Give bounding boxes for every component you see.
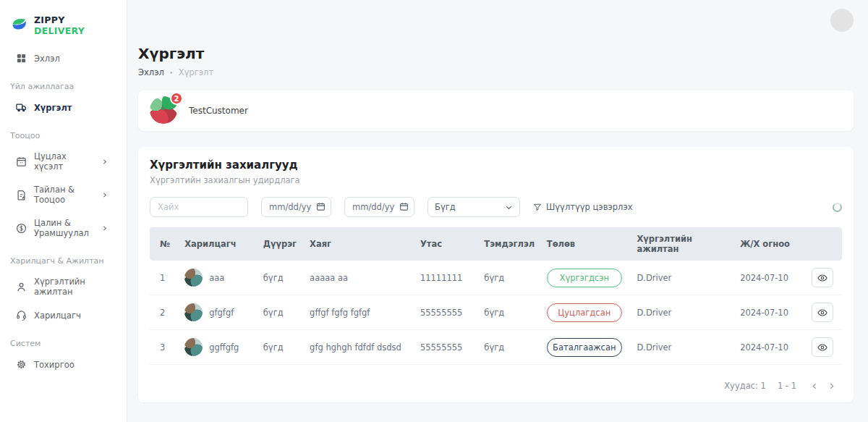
- cell-no: 2: [150, 295, 179, 330]
- zippy-logo-icon: [10, 14, 29, 36]
- cell-address: gffgf fgfg fgfgf: [304, 295, 414, 330]
- user-avatar[interactable]: [830, 9, 854, 32]
- orders-subtitle: Хүргэлтийн захиалгын удирдлага: [150, 175, 842, 185]
- gear-icon: [16, 359, 27, 370]
- cell-driver: D.Driver: [631, 261, 734, 295]
- brand-name: ZIPPY DELIVERY: [34, 14, 118, 36]
- table-row: 2 gfgfgf бүгд gffgf fgfg fgfgf 55555555 …: [150, 295, 842, 330]
- cell-note: бүгд: [478, 330, 540, 365]
- sidebar-item-delivery[interactable]: Хүргэлт: [0, 96, 127, 119]
- pagination: Хуудас: 1 1 - 1: [150, 379, 842, 392]
- chevron-right-icon: [101, 225, 108, 232]
- sidebar-item-cancel-requests[interactable]: Цуцлах хүсэлт: [0, 145, 127, 178]
- view-order-button[interactable]: [812, 268, 833, 287]
- cell-no: 3: [150, 330, 179, 365]
- sidebar-item-reports[interactable]: Тайлан & Тооцоо: [0, 178, 127, 211]
- breadcrumb: Эхлэл • Хүргэлт: [138, 67, 854, 77]
- cell-driver: D.Driver: [631, 330, 734, 365]
- cell-address: aaaaa aa: [304, 261, 414, 295]
- date-from-input[interactable]: [261, 197, 331, 217]
- row-customer-avatar: [184, 303, 203, 321]
- cell-note: бүгд: [478, 295, 540, 330]
- eye-icon: [817, 273, 827, 283]
- status-select-value: Бүгд: [435, 202, 456, 212]
- orders-title: Хүргэлтийн захиалгууд: [150, 159, 842, 172]
- col-header-driver: Хүргэлтийн ажилтан: [631, 227, 734, 261]
- search-input[interactable]: [150, 197, 248, 217]
- sidebar-section-people: Харилцагч & Ажилтан: [0, 245, 127, 270]
- brand-logo: ZIPPY DELIVERY: [0, 10, 127, 46]
- pagination-page-label: Хуудас: 1: [724, 381, 766, 391]
- clear-filters-label: Шүүлтүүр цэвэрлэх: [546, 202, 633, 212]
- headset-icon: [16, 310, 27, 321]
- sidebar-item-home[interactable]: Эхлэл: [0, 46, 127, 70]
- truck-icon: [16, 102, 27, 113]
- breadcrumb-home-link[interactable]: Эхлэл: [138, 67, 164, 77]
- col-header-address: Хаяг: [304, 227, 414, 261]
- date-to-input[interactable]: [344, 197, 414, 217]
- cell-no: 1: [150, 261, 179, 295]
- cell-driver: D.Driver: [631, 295, 734, 330]
- sidebar-section-system: Систем: [0, 327, 127, 353]
- loading-spinner-icon: [833, 203, 842, 212]
- sidebar-item-customers[interactable]: Харилцагч: [0, 303, 127, 327]
- sidebar-item-salary[interactable]: Цалин & Урамшуулал: [0, 211, 127, 245]
- main-content: Хүргэлт Эхлэл • Хүргэлт 2 TestCustomer Х…: [127, 0, 868, 422]
- row-customer-avatar: [184, 269, 203, 287]
- col-header-note: Тэмдэглэл: [478, 227, 540, 261]
- sidebar-item-delivery-staff[interactable]: Хүргэлтийн ажилтан: [0, 270, 127, 303]
- app-root: ZIPPY DELIVERY Эхлэл Үйл ажиллагаа Хүргэ…: [0, 0, 868, 422]
- status-badge: Хүргэгдсэн: [547, 269, 622, 287]
- cell-note: бүгд: [478, 261, 540, 295]
- cell-phone: 55555555: [414, 295, 478, 330]
- sidebar-item-label: Хүргэлтийн ажилтан: [34, 277, 118, 297]
- col-header-status: Төлөв: [541, 227, 631, 261]
- pagination-prev-button[interactable]: [808, 379, 821, 392]
- view-order-button[interactable]: [812, 337, 833, 357]
- customer-card: 2 TestCustomer: [138, 90, 854, 131]
- sidebar-item-label: Харилцагч: [34, 311, 81, 321]
- sidebar-section-billing: Тооцоо: [0, 119, 127, 145]
- customer-avatar[interactable]: 2: [150, 96, 179, 125]
- view-order-button[interactable]: [812, 303, 833, 322]
- col-header-date: Ж/Х огноо: [734, 227, 806, 261]
- cell-district: бүгд: [258, 295, 304, 330]
- eye-icon: [817, 308, 827, 318]
- cell-date: 2024-07-10: [734, 261, 806, 295]
- sidebar-item-settings[interactable]: Тохиргоо: [0, 353, 127, 376]
- chevron-right-icon: [101, 192, 108, 198]
- cell-district: бүгд: [258, 330, 304, 365]
- breadcrumb-current: Хүргэлт: [179, 67, 213, 77]
- dollar-circle-icon: [16, 223, 27, 234]
- cell-customer: ggffgfg: [209, 342, 239, 353]
- orders-card: Хүргэлтийн захиалгууд Хүргэлтийн захиалг…: [138, 147, 854, 402]
- pagination-next-button[interactable]: [825, 379, 838, 392]
- cell-date: 2024-07-10: [734, 330, 806, 365]
- report-icon: [16, 190, 27, 201]
- filter-icon: [533, 203, 542, 211]
- cell-phone: 11111111: [414, 261, 478, 295]
- sidebar-item-label: Тайлан & Тооцоо: [34, 185, 94, 205]
- date-from-field: [261, 197, 331, 217]
- table-header-row: № Харилцагч Дүүрэг Хаяг Утас Тэмдэглэл Т…: [150, 227, 842, 261]
- chevron-right-icon: [827, 382, 835, 390]
- notification-badge: 2: [170, 92, 183, 105]
- cell-address: gfg hghgh fdfdf dsdsd: [304, 330, 414, 365]
- pagination-range: 1 - 1: [778, 381, 796, 391]
- cell-district: бүгд: [258, 261, 304, 295]
- breadcrumb-separator: •: [169, 69, 174, 77]
- filters-row: Бүгд Шүүлтүүр цэвэрлэх: [150, 197, 842, 217]
- col-header-no: №: [150, 227, 179, 261]
- status-select[interactable]: Бүгд: [427, 197, 520, 217]
- sidebar-item-label: Эхлэл: [34, 54, 60, 64]
- table-row: 1 aaa бүгд aaaaa aa 11111111 бүгд Хүргэг…: [150, 261, 842, 295]
- page-title: Хүргэлт: [138, 45, 854, 62]
- sidebar-item-label: Цуцлах хүсэлт: [34, 151, 94, 172]
- clear-filters-button[interactable]: Шүүлтүүр цэвэрлэх: [533, 202, 633, 212]
- chevron-left-icon: [811, 382, 819, 390]
- customer-name: TestCustomer: [189, 106, 248, 116]
- date-to-field: [344, 197, 414, 217]
- cell-date: 2024-07-10: [734, 295, 806, 330]
- orders-table: № Харилцагч Дүүрэг Хаяг Утас Тэмдэглэл Т…: [150, 227, 842, 365]
- cell-phone: 55555555: [414, 330, 478, 365]
